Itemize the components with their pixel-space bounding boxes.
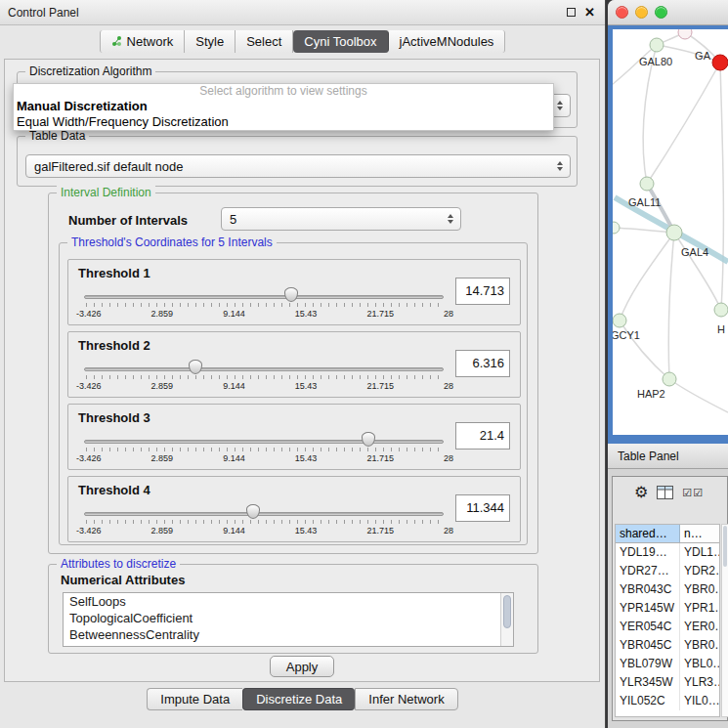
- numerical-attributes-label: Numerical Attributes: [61, 573, 185, 587]
- cell: YDR27…: [616, 562, 680, 580]
- control-panel-titlebar: Control Panel ✕: [0, 0, 605, 25]
- table-scrollbar[interactable]: [721, 524, 728, 717]
- scrollbar-thumb[interactable]: [723, 526, 727, 567]
- number-of-intervals-label: Number of Intervals: [68, 213, 188, 228]
- column-header-name[interactable]: n…: [680, 525, 719, 542]
- table-data-select[interactable]: galFiltered.sif default node: [25, 154, 571, 178]
- network-node-gal80[interactable]: [650, 38, 664, 52]
- tab-infer-network[interactable]: Infer Network: [355, 688, 457, 710]
- slider-ticks: [86, 448, 442, 451]
- group-title: Table Data: [25, 129, 89, 143]
- network-node-selected[interactable]: [712, 55, 728, 70]
- dropdown-option-manual-discretization[interactable]: Manual Discretization: [14, 99, 553, 114]
- list-scrollbar[interactable]: [500, 593, 513, 646]
- table-row[interactable]: YBR043CYBR0…: [616, 580, 719, 599]
- tab-style[interactable]: Style: [185, 30, 236, 53]
- table-row[interactable]: YPR145WYPR1…: [616, 599, 719, 618]
- algorithm-dropdown-list: Select algorithm to view settings Manual…: [13, 83, 554, 131]
- slider-track[interactable]: [84, 367, 444, 371]
- dropdown-prompt: Select algorithm to view settings: [14, 84, 553, 99]
- network-node[interactable]: [613, 222, 620, 234]
- table-panel-title: Table Panel: [618, 450, 679, 463]
- network-node-gal11[interactable]: [640, 177, 654, 191]
- tab-cyni-toolbox[interactable]: Cyni Toolbox: [293, 30, 388, 53]
- cell: YDL19…: [616, 543, 680, 562]
- table-row[interactable]: YDR27…YDR2…: [616, 562, 719, 580]
- tab-select[interactable]: Select: [236, 30, 293, 53]
- gear-icon[interactable]: ⚙: [634, 485, 648, 500]
- threshold-1-box: Threshold 1 -3.426 2.859 9.144 15.43 21.…: [67, 259, 521, 325]
- table-row[interactable]: YBR045CYBR0…: [616, 636, 719, 655]
- slider-track[interactable]: [84, 295, 444, 299]
- network-canvas[interactable]: GAL80 GA GAL11 GAL4 GCY1 H HAP2: [613, 29, 728, 435]
- tab-impute-data[interactable]: Impute Data: [147, 688, 242, 710]
- minimize-traffic-light-icon[interactable]: [635, 6, 648, 19]
- threshold-3-value-field[interactable]: 21.4: [455, 422, 510, 450]
- table-row[interactable]: YLR345WYLR3…: [616, 673, 719, 692]
- scale-label: 28: [444, 309, 453, 319]
- slider-scale: -3.426 2.859 9.144 15.43 21.715 28: [76, 526, 453, 535]
- threshold-2-value-field[interactable]: 6.316: [455, 350, 510, 377]
- network-node[interactable]: [678, 29, 692, 39]
- scale-label: 9.144: [223, 526, 245, 535]
- scale-label: -3.426: [76, 309, 102, 319]
- threshold-4-slider[interactable]: -3.426 2.859 9.144 15.43 21.715 28: [84, 502, 444, 539]
- threshold-2-slider-thumb[interactable]: [189, 360, 202, 374]
- tab-discretize-data[interactable]: Discretize Data: [242, 688, 355, 710]
- slider-scale: -3.426 2.859 9.144 15.43 21.715 28: [76, 381, 453, 391]
- tab-network[interactable]: Network: [100, 30, 186, 53]
- threshold-4-value-field[interactable]: 11.344: [455, 494, 510, 522]
- column-header-shared-name[interactable]: shared…: [616, 525, 680, 542]
- table-row[interactable]: YDL19…YDL1…: [616, 543, 719, 562]
- close-window-icon[interactable]: ✕: [584, 6, 595, 19]
- threshold-2-slider[interactable]: -3.426 2.859 9.144 15.43 21.715 28: [84, 358, 444, 395]
- apply-button[interactable]: Apply: [270, 656, 334, 677]
- float-window-icon[interactable]: [567, 8, 576, 17]
- group-title: Attributes to discretize: [57, 557, 180, 571]
- cell: YER0…: [680, 618, 719, 636]
- control-panel-title: Control Panel: [8, 6, 79, 20]
- tab-jactivemnodules[interactable]: jActiveMNodules: [389, 30, 506, 53]
- slider-track[interactable]: [84, 440, 444, 444]
- slider-ticks: [86, 303, 442, 307]
- dropdown-option-equal-width-frequency[interactable]: Equal Width/Frequency Discretization: [14, 114, 553, 130]
- threshold-3-slider[interactable]: -3.426 2.859 9.144 15.43 21.715 28: [84, 430, 444, 467]
- numerical-attributes-list[interactable]: SelfLoops TopologicalCoefficient Between…: [63, 592, 514, 647]
- threshold-1-slider[interactable]: -3.426 2.859 9.144 15.43 21.715 28: [84, 285, 444, 322]
- network-node-gcy1[interactable]: [613, 314, 626, 327]
- network-graph: GAL80 GA GAL11 GAL4 GCY1 H HAP2: [613, 29, 728, 435]
- close-traffic-light-icon[interactable]: [616, 6, 628, 19]
- network-node-hap2[interactable]: [663, 372, 676, 386]
- table-row[interactable]: YBL079WYBL0…: [616, 655, 719, 673]
- table-row[interactable]: YIL052CYIL0…: [616, 692, 719, 710]
- scale-label: 15.43: [295, 526, 318, 535]
- table-row[interactable]: YER054CYER0…: [616, 618, 719, 636]
- slider-ticks: [86, 520, 442, 524]
- list-item[interactable]: BetweennessCentrality: [64, 626, 513, 643]
- select-checkboxes-icon[interactable]: ☑☑: [682, 487, 704, 499]
- network-icon: [111, 35, 122, 47]
- cell: YER054C: [616, 618, 680, 636]
- network-node-gal4[interactable]: [666, 225, 682, 240]
- scrollbar-thumb[interactable]: [503, 595, 511, 628]
- cell: YDR2…: [680, 562, 719, 580]
- zoom-traffic-light-icon[interactable]: [655, 6, 667, 19]
- list-item[interactable]: TopologicalCoefficient: [64, 610, 513, 626]
- scale-label: -3.426: [76, 453, 102, 463]
- scale-label: 2.859: [151, 381, 174, 391]
- threshold-1-slider-thumb[interactable]: [284, 287, 298, 302]
- threshold-3-slider-thumb[interactable]: [362, 432, 375, 447]
- number-of-intervals-select[interactable]: 5: [221, 207, 461, 231]
- network-window: GAL80 GA GAL11 GAL4 GCY1 H HAP2 Table Pa…: [608, 0, 728, 728]
- network-node[interactable]: [714, 303, 728, 317]
- threshold-1-value-field[interactable]: 14.713: [455, 278, 510, 305]
- scale-label: -3.426: [76, 381, 102, 391]
- thresholds-group: Threshold's Coordinates for 5 Intervals …: [59, 242, 528, 545]
- scale-label: 28: [444, 526, 453, 535]
- columns-icon[interactable]: [657, 486, 673, 499]
- slider-track[interactable]: [84, 512, 444, 516]
- table-panel: ⚙ ☑☑ shared… n… YDL19…YDL1… YDR27…YDR2… …: [612, 476, 728, 721]
- threshold-4-slider-thumb[interactable]: [246, 504, 260, 519]
- attributes-to-discretize-group: Attributes to discretize Numerical Attri…: [48, 564, 538, 654]
- list-item[interactable]: SelfLoops: [64, 593, 513, 610]
